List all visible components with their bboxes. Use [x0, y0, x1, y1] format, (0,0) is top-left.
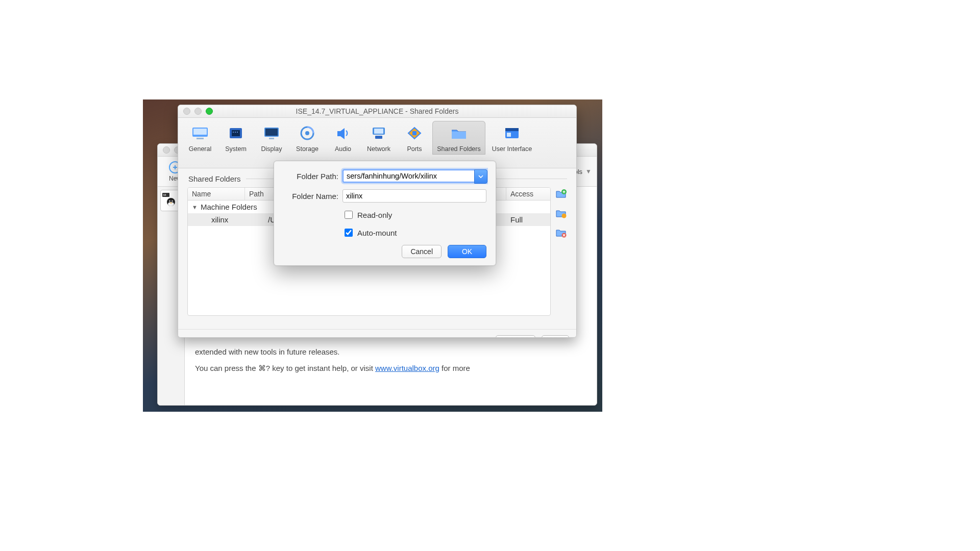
- shared-folders-section-title: Shared Folders: [188, 174, 241, 183]
- tab-audio[interactable]: Audio: [325, 121, 361, 155]
- svg-rect-9: [197, 138, 204, 139]
- svg-rect-21: [375, 136, 382, 139]
- svg-rect-11: [232, 130, 240, 136]
- svg-text:64: 64: [163, 193, 166, 196]
- add-share-popover: Folder Path: Folder Name: Read-only: [274, 161, 496, 266]
- folder-add-icon: [555, 189, 567, 199]
- svg-point-14: [237, 132, 238, 133]
- tab-user-interface[interactable]: User Interface: [485, 121, 538, 155]
- svg-point-13: [235, 132, 236, 133]
- svg-rect-23: [412, 131, 416, 135]
- tab-shared-folders[interactable]: Shared Folders: [432, 121, 485, 155]
- settings-titlebar: ISE_14.7_VIRTUAL_APPLIANCE - Shared Fold…: [178, 105, 576, 118]
- col-access[interactable]: Access: [506, 188, 550, 200]
- user-interface-icon: [503, 124, 521, 142]
- auto-mount-row[interactable]: Auto-mount: [342, 227, 397, 238]
- cell-name: xilinx: [188, 213, 264, 226]
- folder-name-field[interactable]: [342, 189, 486, 203]
- disclosure-triangle-icon[interactable]: ▼: [192, 204, 198, 210]
- general-icon: [191, 124, 209, 142]
- cell-access: Full: [506, 213, 550, 226]
- settings-window-title: ISE_14.7_VIRTUAL_APPLIANCE - Shared Fold…: [296, 107, 459, 115]
- svg-rect-26: [505, 128, 519, 131]
- linux-tux-icon: 64: [162, 193, 180, 208]
- svg-point-12: [233, 132, 234, 133]
- add-folder-button[interactable]: [555, 188, 567, 199]
- folder-edit-icon: [555, 208, 567, 218]
- ports-icon: [405, 124, 424, 142]
- auto-mount-label: Auto-mount: [357, 229, 397, 237]
- svg-rect-27: [507, 133, 511, 137]
- tab-system[interactable]: System: [218, 121, 254, 155]
- settings-close-icon[interactable]: [183, 108, 190, 115]
- folder-path-field[interactable]: [342, 169, 486, 183]
- folder-remove-icon: [555, 228, 567, 238]
- manager-body-p1: extended with new tools in future releas…: [195, 347, 586, 357]
- svg-rect-16: [265, 129, 278, 136]
- edit-folder-button[interactable]: [555, 208, 567, 219]
- storage-icon: [298, 124, 316, 142]
- auto-mount-checkbox[interactable]: [345, 229, 353, 237]
- tab-general[interactable]: General: [182, 121, 218, 155]
- remove-folder-button[interactable]: [555, 227, 567, 238]
- folder-path-dropdown-button[interactable]: [474, 169, 487, 184]
- manager-body-p2: You can press the ⌘? key to get instant …: [195, 363, 586, 373]
- settings-zoom-icon[interactable]: [206, 108, 213, 115]
- tab-network[interactable]: Network: [361, 121, 397, 155]
- audio-icon: [334, 124, 352, 142]
- settings-cancel-button[interactable]: Cancel: [496, 335, 535, 338]
- folder-action-buttons: [555, 187, 567, 238]
- popover-ok-button[interactable]: OK: [448, 245, 486, 258]
- tab-storage[interactable]: Storage: [289, 121, 325, 155]
- svg-point-5: [169, 201, 170, 202]
- settings-minimize-icon[interactable]: [194, 108, 202, 115]
- system-icon: [227, 124, 245, 142]
- read-only-label: Read-only: [357, 211, 392, 219]
- folder-name-label: Folder Name:: [283, 192, 342, 201]
- chevron-down-icon: [478, 174, 483, 179]
- disclosure-triangle-icon[interactable]: ▼: [585, 168, 592, 175]
- col-name[interactable]: Name: [188, 188, 245, 200]
- tab-display[interactable]: Display: [254, 121, 289, 155]
- svg-rect-8: [193, 129, 207, 135]
- svg-rect-17: [269, 138, 274, 139]
- svg-point-19: [305, 131, 309, 135]
- shared-folders-icon: [450, 124, 468, 142]
- network-icon: [370, 124, 388, 142]
- tab-ports[interactable]: Ports: [397, 121, 432, 155]
- virtualbox-link[interactable]: www.virtualbox.org: [375, 364, 439, 372]
- read-only-row[interactable]: Read-only: [342, 209, 392, 220]
- popover-cancel-button[interactable]: Cancel: [402, 245, 442, 258]
- svg-point-29: [562, 214, 567, 218]
- manager-close-icon[interactable]: [163, 146, 170, 154]
- svg-point-6: [172, 201, 173, 202]
- folder-path-label: Folder Path:: [283, 172, 342, 181]
- group-label: Machine Folders: [201, 203, 257, 211]
- display-icon: [262, 124, 281, 142]
- read-only-checkbox[interactable]: [345, 211, 353, 219]
- svg-rect-22: [374, 129, 383, 134]
- svg-rect-24: [452, 132, 466, 139]
- settings-ok-button[interactable]: OK: [542, 335, 569, 338]
- settings-footer: Cancel OK: [178, 329, 576, 338]
